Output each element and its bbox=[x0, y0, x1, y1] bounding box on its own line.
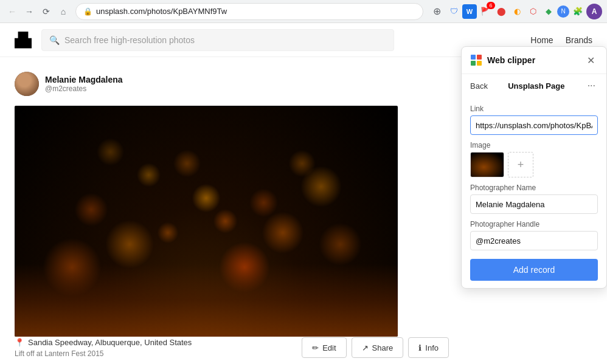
ext-1[interactable]: W bbox=[462, 4, 477, 19]
svg-rect-0 bbox=[471, 55, 476, 60]
photographer-handle: @m2creates bbox=[45, 84, 123, 93]
forward-button[interactable]: → bbox=[22, 4, 36, 19]
web-clipper-panel: Web clipper ✕ Back Unsplash Page ··· Lin… bbox=[461, 46, 607, 289]
link-label: Link bbox=[470, 105, 598, 113]
info-icon: ℹ bbox=[418, 343, 421, 352]
panel-title: Web clipper bbox=[487, 55, 578, 65]
clipper-logo bbox=[470, 54, 482, 66]
photographer-handle-label: Photographer Handle bbox=[470, 220, 598, 228]
svg-rect-2 bbox=[471, 61, 476, 66]
panel-header: Web clipper ✕ bbox=[462, 47, 606, 74]
home-button[interactable]: ⌂ bbox=[56, 4, 71, 19]
search-placeholder: Search free high-resolution photos bbox=[64, 35, 195, 45]
image-label: Image bbox=[470, 141, 598, 149]
ext-3[interactable]: ⬤ bbox=[494, 4, 508, 19]
page-content: 🔍 Search free high-resolution photos Hom… bbox=[0, 23, 607, 364]
ext-5[interactable]: ⬡ bbox=[525, 4, 540, 19]
ext-2[interactable]: 🚩 6 bbox=[478, 4, 493, 19]
url-text: unsplash.com/photos/KpBAYMNf9Tw bbox=[96, 7, 227, 16]
extensions-btn[interactable]: ⊕ bbox=[428, 3, 445, 20]
share-icon: ↗ bbox=[362, 343, 369, 352]
ext-puzzle[interactable]: 🧩 bbox=[571, 4, 585, 19]
browser-chrome: ← → ⟳ ⌂ 🔒 unsplash.com/photos/KpBAYMNf9T… bbox=[0, 0, 607, 23]
close-button[interactable]: ✕ bbox=[583, 53, 598, 67]
photo-actions: ✏ Edit ↗ Share ℹ Info bbox=[302, 337, 449, 358]
svg-rect-3 bbox=[477, 61, 482, 66]
main-photo bbox=[15, 106, 398, 337]
link-input[interactable] bbox=[470, 115, 598, 135]
nav-brands[interactable]: Brands bbox=[566, 35, 592, 45]
thumbnail-image bbox=[471, 153, 504, 177]
photo-vignette bbox=[15, 264, 398, 337]
photographer-handle-input[interactable] bbox=[470, 231, 598, 250]
photographer-name-label: Photographer Name bbox=[470, 184, 598, 192]
panel-page-title: Unsplash Page bbox=[493, 81, 580, 91]
back-nav-button[interactable]: Back bbox=[470, 81, 488, 91]
search-icon: 🔍 bbox=[49, 35, 60, 45]
photographer-name: Melanie Magdalena bbox=[45, 75, 123, 84]
address-bar[interactable]: 🔒 unsplash.com/photos/KpBAYMNf9Tw bbox=[75, 3, 423, 20]
reload-button[interactable]: ⟳ bbox=[39, 4, 54, 19]
ext-shield[interactable]: 🛡 bbox=[446, 4, 461, 19]
image-thumbnails: + bbox=[470, 152, 598, 177]
share-button[interactable]: ↗ Share bbox=[352, 337, 404, 358]
unsplash-logo bbox=[15, 32, 32, 49]
browser-nav-buttons: ← → ⟳ ⌂ bbox=[5, 4, 71, 19]
add-record-button[interactable]: Add record bbox=[470, 259, 598, 281]
ext-6[interactable]: ◆ bbox=[541, 4, 556, 19]
svg-rect-1 bbox=[477, 55, 482, 60]
edit-icon: ✏ bbox=[312, 343, 319, 352]
panel-nav: Back Unsplash Page ··· bbox=[462, 74, 606, 97]
ext-4[interactable]: ◐ bbox=[510, 4, 524, 19]
add-image-button[interactable]: + bbox=[508, 152, 533, 177]
location-text: Sandia Speedway, Albuquerque, United Sta… bbox=[28, 338, 192, 347]
back-button[interactable]: ← bbox=[5, 4, 19, 19]
lock-icon: 🔒 bbox=[83, 7, 92, 16]
photographer-details: Melanie Magdalena @m2creates bbox=[45, 75, 123, 93]
location-icon: 📍 bbox=[15, 338, 24, 347]
photographer-name-input[interactable] bbox=[470, 194, 598, 214]
nav-links: Home Brands bbox=[530, 35, 592, 45]
profile-button[interactable]: A bbox=[586, 4, 602, 19]
image-thumbnail[interactable] bbox=[470, 152, 504, 177]
info-button[interactable]: ℹ Info bbox=[408, 337, 449, 358]
ext-7[interactable]: N bbox=[557, 5, 569, 18]
extensions-area: ⊕ 🛡 W 🚩 6 ⬤ ◐ ⬡ ◆ N 🧩 A bbox=[428, 3, 602, 20]
nav-home[interactable]: Home bbox=[530, 35, 553, 45]
more-options-button[interactable]: ··· bbox=[585, 79, 598, 92]
edit-button[interactable]: ✏ Edit bbox=[302, 337, 346, 358]
search-bar[interactable]: 🔍 Search free high-resolution photos bbox=[41, 29, 394, 51]
image-section: Image + bbox=[470, 141, 598, 177]
panel-body: Link Image + Photographer Name Photograp… bbox=[462, 97, 606, 288]
avatar bbox=[15, 72, 39, 96]
